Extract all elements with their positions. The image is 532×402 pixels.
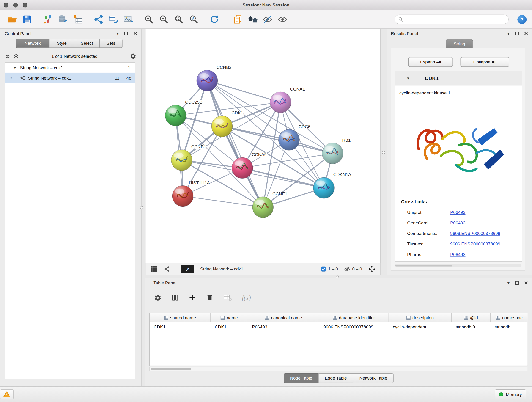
column-header[interactable]: description [389,313,452,322]
scrollbar-thumb[interactable] [151,368,191,370]
help-button[interactable]: ? [517,15,526,24]
collapse-all-button[interactable]: Collapse All [461,57,509,67]
birdseye-share-icon[interactable] [164,266,170,272]
column-header[interactable]: shared name [150,313,211,322]
panel-collapse-icon[interactable]: ▾ [507,281,510,285]
column-header[interactable]: canonical name [248,313,319,322]
left-splitter-handle[interactable] [140,206,143,209]
network-node[interactable]: CCNA1 [270,87,305,113]
table-cell[interactable]: P06493 [248,325,319,330]
crosslink-value-link[interactable]: P06493 [450,210,465,215]
import-network-file-button[interactable] [40,12,55,27]
search-field[interactable] [394,15,509,24]
zoom-in-button[interactable] [142,12,157,27]
disclosure-triangle-icon[interactable]: ▼ [406,76,410,80]
table-cell[interactable]: CDK1 [211,325,248,330]
tab-sets[interactable]: Sets [99,39,123,48]
table-cell[interactable]: 9606.ENSP00000378699 [319,325,389,330]
panel-close-icon[interactable] [133,32,137,35]
expand-all-button[interactable]: Expand All [408,57,453,67]
pan-move-icon[interactable] [368,265,376,273]
open-session-button[interactable] [5,12,20,27]
add-row-plus-icon[interactable] [189,294,196,301]
column-header[interactable]: namespac [491,313,528,322]
crosslink-value-link[interactable]: P06493 [450,220,465,225]
tab-select[interactable]: Select [74,39,100,48]
crosslink-value-link[interactable]: 9606.ENSP00000378699 [450,241,500,246]
home-views-button[interactable] [245,12,260,27]
function-builder-fx[interactable]: f(x) [242,294,251,301]
panel-float-icon[interactable] [515,32,519,35]
gear-icon[interactable] [154,294,162,301]
crosslink-value-link[interactable]: 9606.ENSP00000378699 [450,231,500,236]
detach-view-button[interactable]: ↗ [181,265,194,273]
expand-all-chevron-icon[interactable] [13,53,19,59]
column-header[interactable]: name [211,313,248,322]
network-edge[interactable] [207,81,263,207]
export-image-button[interactable] [121,12,136,27]
results-scrollbar[interactable] [394,264,521,267]
gear-icon[interactable] [130,53,136,59]
scrollbar-thumb[interactable] [395,265,452,266]
selected-checkbox-icon[interactable] [321,266,326,271]
tab-node-table[interactable]: Node Table [284,373,319,383]
search-input[interactable] [405,17,505,22]
warnings-button[interactable] [0,389,13,400]
network-edge[interactable] [222,126,333,153]
panel-collapse-icon[interactable]: ▾ [507,31,510,35]
network-edge[interactable] [207,81,280,102]
network-selection-row: 1 of 1 Network selected [5,51,137,61]
export-table-button[interactable] [106,12,121,27]
hidden-eye-slash-icon[interactable] [344,266,350,272]
zoom-out-button[interactable] [157,12,171,27]
column-header[interactable]: @id [452,313,491,322]
right-splitter-handle[interactable] [382,151,385,154]
network-node[interactable]: CCNB2 [196,65,231,91]
copy-document-button[interactable] [230,12,245,27]
show-all-button[interactable] [275,12,290,27]
tab-style[interactable]: Style [49,39,75,48]
network-node[interactable]: HIST1H1A [172,180,210,206]
network-collection-row[interactable]: ▼ String Network – cdk1 1 [5,62,135,72]
column-header[interactable]: database identifier [319,313,389,322]
table-cell[interactable]: stringdb [491,325,528,330]
table-cell[interactable]: cyclin-dependent ... [389,325,452,330]
gene-card-header[interactable]: ▼ CDK1 [395,71,522,85]
network-edge[interactable] [183,196,263,207]
show-columns-icon[interactable] [171,294,179,301]
network-row-selected[interactable]: ● String Network – cdk1 11 48 [5,73,135,83]
save-session-button[interactable] [20,12,35,27]
hide-selected-button[interactable] [260,12,275,27]
ball-highlight [255,200,265,205]
panel-close-icon[interactable] [524,281,528,284]
network-canvas[interactable]: CCNB2CCNA1CDC25BCDK1CDC6RB1CCNB1CCNA2CDK… [145,29,381,263]
network-node[interactable]: CDKN1A [313,172,351,198]
tab-network[interactable]: Network [16,39,50,48]
disclosure-triangle-icon[interactable]: ▼ [13,66,17,70]
table-cell[interactable]: CDK1 [150,325,211,330]
crosslink-value-link[interactable]: P06493 [450,252,465,257]
panel-collapse-icon[interactable]: ▾ [117,31,119,35]
table-hscrollbar[interactable] [149,367,528,371]
panel-close-icon[interactable] [524,32,528,35]
network-node[interactable]: CCNB1 [171,144,206,171]
table-cell[interactable]: stringdb:9... [452,325,491,330]
delete-trash-icon[interactable] [206,294,214,301]
network-node[interactable]: RB1 [322,138,351,164]
refresh-layout-button[interactable] [207,12,222,27]
memory-button[interactable]: Memory [495,389,526,400]
tab-edge-table[interactable]: Edge Table [318,373,353,383]
table-row[interactable]: CDK1CDK1P064939606.ENSP00000378699cyclin… [150,322,528,332]
tab-network-table[interactable]: Network Table [353,373,394,383]
zoom-selected-button[interactable] [186,12,201,27]
tab-string[interactable]: String [446,39,473,48]
new-network-button[interactable] [91,12,106,27]
collapse-all-chevron-icon[interactable] [5,53,11,59]
network-node[interactable]: CDK1 [211,110,243,137]
import-table-file-button[interactable] [70,12,85,27]
panel-float-icon[interactable] [124,32,128,35]
panel-float-icon[interactable] [515,281,519,284]
grid-view-icon[interactable] [151,266,157,272]
import-network-database-button[interactable] [55,12,70,27]
zoom-fit-button[interactable] [171,12,186,27]
